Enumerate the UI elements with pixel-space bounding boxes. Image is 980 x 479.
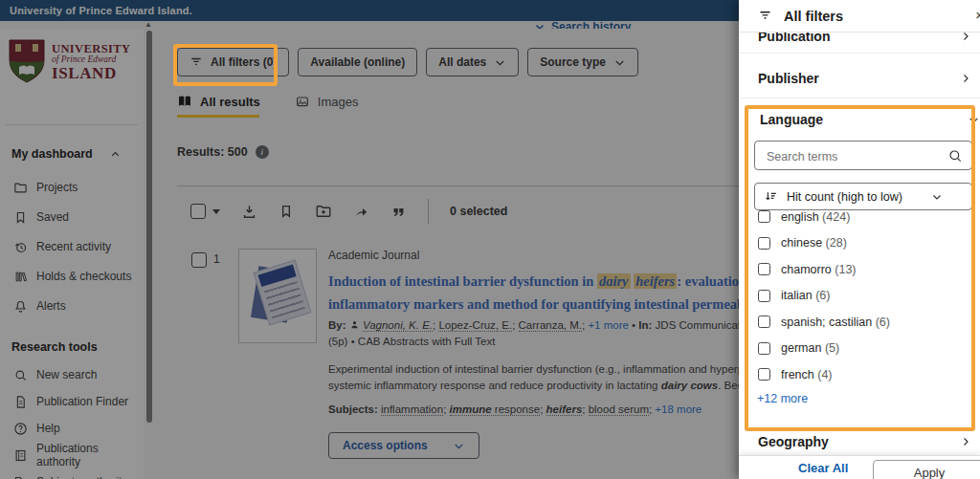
language-option[interactable]: german (5) <box>758 336 969 362</box>
sort-icon <box>764 189 778 204</box>
option-label: chinese <box>781 236 822 250</box>
dim-overlay <box>0 0 739 479</box>
option-label: english <box>781 210 819 224</box>
language-option[interactable]: chamorro (13) <box>758 256 969 283</box>
checkbox[interactable] <box>758 316 770 328</box>
language-search-box <box>754 141 972 170</box>
language-option[interactable]: french (4) <box>758 361 969 388</box>
language-options-list: english (424) chinese (28) chamorro (13)… <box>758 204 969 388</box>
clear-all-link[interactable]: Clear All <box>798 461 848 475</box>
sort-selected-value: Hit count (high to low) <box>787 190 902 204</box>
option-count: (6) <box>815 289 830 302</box>
chevron-down-icon <box>931 191 943 203</box>
chevron-right-icon <box>960 436 971 447</box>
option-label: german <box>781 341 821 355</box>
option-count: (13) <box>835 263 856 276</box>
close-icon[interactable]: × <box>975 7 980 23</box>
option-count: (4) <box>817 368 832 381</box>
section-divider <box>739 53 980 54</box>
apply-button[interactable]: Apply <box>873 460 980 479</box>
option-label: italian <box>781 289 813 302</box>
language-option[interactable]: italian (6) <box>758 283 969 310</box>
filter-section-publisher[interactable]: Publisher <box>739 65 980 92</box>
chevron-down-icon[interactable] <box>968 114 980 126</box>
option-count: (5) <box>825 341 839 355</box>
language-option[interactable]: english (424) <box>758 204 969 230</box>
checkbox[interactable] <box>758 342 770 355</box>
checkbox[interactable] <box>758 290 770 302</box>
checkbox[interactable] <box>758 368 770 381</box>
chevron-right-icon <box>960 73 971 84</box>
section-label: Publisher <box>758 71 819 86</box>
filter-section-language[interactable]: Language <box>760 112 823 127</box>
panel-footer: Clear All Apply <box>739 455 980 479</box>
option-label: french <box>781 368 814 381</box>
language-search-input[interactable] <box>765 142 941 171</box>
option-count: (424) <box>822 210 850 224</box>
page: University of Prince Edward Island. Sear… <box>0 0 980 479</box>
all-filters-panel: All filters × Publication Publisher Lang… <box>739 0 980 479</box>
language-option[interactable]: spanish; castilian (6) <box>758 309 969 336</box>
checkbox[interactable] <box>758 210 770 223</box>
option-count: (6) <box>876 316 890 329</box>
checkbox[interactable] <box>758 237 770 250</box>
filter-icon <box>758 9 772 23</box>
section-divider <box>739 98 980 98</box>
option-count: (28) <box>826 236 847 250</box>
search-icon[interactable] <box>947 148 963 163</box>
section-label: Geography <box>758 434 829 449</box>
panel-title: All filters <box>784 9 843 24</box>
language-option[interactable]: chinese (28) <box>758 230 969 257</box>
checkbox[interactable] <box>758 263 770 275</box>
option-label: chamorro <box>781 263 832 276</box>
filter-section-geography[interactable]: Geography <box>739 428 980 455</box>
option-label: spanish; castilian <box>781 316 872 329</box>
show-more-languages-link[interactable]: +12 more <box>757 392 808 405</box>
panel-header: All filters <box>739 0 980 33</box>
